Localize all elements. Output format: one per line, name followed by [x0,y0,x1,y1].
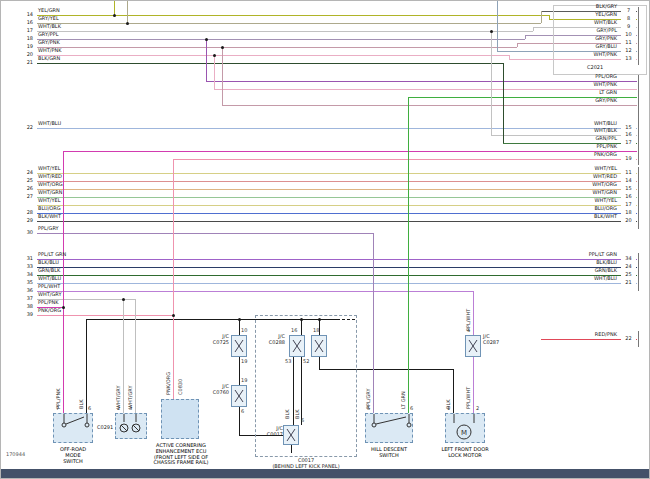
wire-ppl-org [206,39,207,81]
terminal-number: 18 [313,328,319,333]
pin-number: 18 [15,36,33,41]
wire-color-label: PPL/LT GRN [38,252,66,257]
wire-color-label: YEL/GRN [38,8,60,13]
pin-number: 11 [621,170,636,175]
wire-gry-pnk [517,43,518,47]
pin-number: 11 [621,40,636,45]
wire-color-label: WHT/YEL [38,166,60,171]
wire-blk-grn [37,63,503,64]
wire-color-label: WHT/BLU [547,121,617,126]
wire-wht-blu [37,283,637,284]
pin-number: 22 [621,336,636,341]
off-road-mode-switch-box [53,413,93,443]
wire-pnk-org [37,315,173,316]
wire-lt-grn [408,97,409,413]
wire-color-label: WHT/BLU [547,276,617,281]
wire-color-label: GRY/PPL [547,28,617,33]
hill-descent-switch-label: HILL DESCENT SWITCH [365,447,413,459]
wire-color-label: PPL/WHT [38,284,60,289]
wire-color-label: GRY/BLU [547,44,617,49]
kick-panel-label: C0017 (BEHIND LEFT KICK PANEL) [246,458,366,470]
wire-color-label: PPL/PNK [38,300,59,305]
terminal-number: 19 [241,378,247,383]
junction-dot [113,14,116,17]
jc-c0760-box [231,385,247,407]
pin-number: 25 [621,272,636,277]
wire-color-label: PPL/LT GRN [547,252,617,257]
pin-number: 16 [621,132,636,137]
switch-symbol-icon [54,414,92,442]
pin-number: 18 [621,210,636,215]
wire-color-label: GRN/PPL [547,136,617,141]
pin-number: 38 [15,304,33,309]
junction-x-icon [232,336,246,356]
pin-number: 19 [621,156,636,161]
pin-number: 19 [15,44,33,49]
pin-number: 37 [15,296,33,301]
terminal-number: 7 [56,406,59,411]
junction-dot [490,30,493,33]
wire-color-label: BLK/BLU [38,260,59,265]
wire-color-label: WHT/PNK [547,82,617,87]
wire-blk [239,357,240,385]
pin-number: 31 [15,256,33,261]
pin-number: 36 [15,288,33,293]
wire-color-label: WHT/RED [38,174,62,179]
terminal-number: 4 [467,328,470,333]
junction-x-icon [284,426,298,444]
pin-number: 33 [15,264,33,269]
wiring-diagram-canvas: M 14YEL/GRN 16GRY/YEL 17WHT/BLK 18GRY/PP… [0,0,650,479]
wire-blk [86,319,87,413]
jc-c0017-box [283,425,299,445]
terminal-number: 1 [447,406,450,411]
pin-number: 35 [15,280,33,285]
wire-color-label-vertical: BLK [295,410,300,420]
wire-gry-yel [127,1,128,23]
jc-c0725-box [231,335,247,357]
pin-number: 14 [621,178,636,183]
jc-label-c0287: J/CC0287 [483,333,509,345]
pin-number: 27 [15,194,33,199]
pin-number: 10 [621,32,636,37]
wire-gry-ppl [525,35,526,39]
connector-bracket [638,331,639,347]
junction-dot [238,318,241,321]
wire-color-label: LT GRN [547,90,617,95]
wire-pnk-org [173,159,637,160]
wire-color-label: BLK/GRN [38,56,60,61]
pin-number: 12 [621,48,636,53]
wire-color-label: WHT/YEL [547,198,617,203]
terminal-number: 6 [410,406,413,411]
wire-color-label-vertical: BLK [285,410,290,420]
lamp-symbol-icon [116,414,146,438]
pin-number: 24 [15,170,33,175]
wire-color-label: GRY/PNK [38,40,60,45]
wire-color-label: WHT/PNK [547,52,617,57]
jc-c0288-box [289,335,305,357]
connector-code: C0017 [257,431,283,437]
junction-dot [122,298,125,301]
junction-dot [205,38,208,41]
wire-gry-ppl [37,39,525,40]
wire-blk-grn [503,63,504,143]
connector-label-c0291: C0291 [97,425,113,430]
wire-color-label: WHT/BLU [38,276,61,281]
wire-color-label: WHT/BLK [38,24,61,29]
wire-color-label: WHT/GRY [38,292,62,297]
wire-wht-blk [533,27,534,31]
terminal-number: 16 [291,328,297,333]
wire-color-label-vertical: BLK [79,400,84,410]
wire-blk [239,319,240,335]
pin-number: 30 [15,230,33,235]
pin-number: 34 [621,256,636,261]
switch-symbol-icon [366,414,412,442]
pin-number: 39 [15,312,33,317]
junction-x-icon [232,386,246,406]
terminal-number: 2 [476,406,479,411]
terminal-number: 53 [285,359,291,364]
connector-code: C0288 [259,339,285,345]
switch-illumination-box [115,413,147,439]
wire-color-label: GRY/YEL [38,16,59,21]
pin-number: 25 [15,178,33,183]
wire-color-label: PNK/ORG [547,152,617,157]
